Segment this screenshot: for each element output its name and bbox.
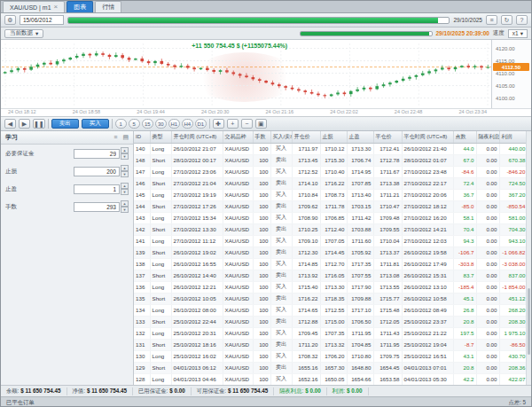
start-date-input[interactable] (20, 15, 64, 25)
timeframe-chip-15[interactable]: 15 (142, 119, 153, 129)
table-row[interactable]: 130Long25/10/2012 16:02XAU/USD100买入1708.… (134, 350, 528, 362)
refresh-icon[interactable]: ↻ (501, 15, 512, 25)
timeframe-chip-d1[interactable]: D1 (195, 119, 207, 129)
settings-button[interactable]: ⚙ (4, 15, 16, 25)
column-header[interactable]: 利润 (499, 131, 528, 143)
chart-area[interactable]: +11 550 754.45 $ (+1155075.44%) 4112.50 … (1, 40, 531, 109)
table-row[interactable]: 134Long26/10/2012 08:00XAU/USD100买入1714.… (134, 304, 528, 316)
timeframe-chip-h1[interactable]: H1 (168, 119, 180, 129)
play-icon[interactable]: ▶ (19, 119, 30, 129)
column-header[interactable]: 类型 (150, 131, 171, 143)
table-cell: 128 (134, 373, 150, 385)
column-header[interactable]: 点数 (453, 131, 476, 143)
table-cell: 1653.58 (373, 373, 402, 385)
column-header[interactable]: 买入/卖出 (270, 131, 292, 143)
candlestick-chart (2, 43, 491, 106)
table-row[interactable]: 129Short04/01/2013 06:12XAU/USD100卖出1655… (134, 362, 528, 373)
table-cell: 1650.05 (320, 373, 347, 385)
tab-market[interactable]: 行情 (95, 1, 121, 12)
timeframe-chip-5[interactable]: 5 (129, 119, 140, 129)
table-row[interactable]: 133Short25/10/2012 22:44XAU/USD100卖出1712… (134, 316, 528, 327)
zoom-out-icon[interactable]: − (241, 119, 253, 129)
table-row[interactable]: 137Short26/10/2012 14:40XAU/USD100卖出1713… (134, 270, 528, 281)
table-row[interactable]: 135Short26/10/2012 10:05XAU/USD100卖出1716… (134, 293, 528, 304)
snapshot-icon[interactable]: ▣ (255, 119, 267, 129)
column-header[interactable]: 开仓价 (292, 131, 320, 143)
list-icon[interactable]: ≡ (113, 134, 117, 140)
table-row[interactable]: 136Long26/10/2012 12:21XAU/USD100买入1715.… (134, 281, 528, 293)
column-header[interactable]: 开仓时间 (UTC+8) (171, 131, 223, 143)
table-row[interactable]: 143Long27/10/2012 15:34XAU/USD100买入1708.… (134, 212, 528, 223)
stepper-down-icon[interactable]: ▼ (121, 207, 129, 213)
table-row[interactable]: 142Short27/10/2012 13:30XAU/USD100卖出1710… (134, 223, 528, 235)
column-header[interactable]: 止损 (320, 131, 347, 143)
table-row[interactable]: 147Long27/10/2012 23:06XAU/USD100买入1712.… (134, 166, 528, 177)
stepper-down-icon[interactable]: ▼ (121, 153, 129, 160)
pause-icon[interactable]: ❚❚ (33, 119, 45, 129)
replay-progress-bar[interactable] (67, 17, 450, 24)
stepper-up-icon[interactable]: ▲ (121, 165, 129, 171)
table-row[interactable]: 144Short27/10/2012 17:26XAU/USD100卖出1709… (134, 200, 528, 212)
table-row[interactable]: 146Short27/10/2012 21:04XAU/USD100卖出1714… (134, 177, 528, 189)
stepper-down-icon[interactable]: ▼ (121, 189, 129, 195)
column-header[interactable]: 止盈 (347, 131, 373, 143)
column-header[interactable]: 手数 (253, 131, 270, 143)
tab-chart-xauusd[interactable]: XAU/USD | m1 × (3, 1, 65, 12)
column-header[interactable]: 平仓时间 (UTC+8) (402, 131, 453, 143)
close-icon[interactable]: × (54, 4, 59, 11)
timeframe-chip-30[interactable]: 30 (155, 119, 167, 129)
table-row[interactable]: 140Long26/10/2012 21:07XAU/USD100买入1711.… (134, 143, 528, 154)
menu-icon[interactable]: ≡ (486, 15, 497, 25)
crosshair-icon[interactable]: ✚ (213, 119, 224, 129)
stepper-down-icon[interactable]: ▼ (121, 171, 129, 177)
tab-charts[interactable]: 图表 (66, 1, 93, 12)
table-cell: 1715.40 (292, 281, 320, 293)
table-row[interactable]: 141Long27/10/2012 11:12XAU/USD100买入1709.… (134, 235, 528, 247)
buy-button[interactable]: 买入 (82, 119, 109, 129)
column-header[interactable]: 隔夜利息 (476, 131, 499, 143)
table-cell: 1718.35 (320, 293, 347, 304)
timeframe-chip-h4[interactable]: H4 (182, 119, 193, 129)
table-cell: XAU/USD (223, 223, 253, 235)
table-cell: 卖出 (270, 362, 292, 373)
table-row[interactable]: 148Short28/10/2012 00:17XAU/USD100卖出1713… (134, 154, 528, 166)
main-area: 学习 ≡ ▤ 必要保证金▲▼止损▲▼止盈▲▼手数▲▼ ID类型开仓时间 (UTC… (1, 131, 531, 385)
order-field-input[interactable] (74, 202, 120, 212)
column-header[interactable]: ID (134, 131, 150, 143)
order-field-input[interactable] (74, 167, 120, 176)
table-cell: -185.4 (453, 281, 476, 293)
bottom-status-bar: 已平仓订单 点差: 5 (1, 396, 531, 407)
table-cell: 100 (253, 143, 270, 154)
grid-icon[interactable]: ▤ (122, 134, 129, 140)
table-row[interactable]: 132Long25/10/2012 20:31XAU/USD100买入1709.… (134, 327, 528, 339)
stepper-up-icon[interactable]: ▲ (121, 200, 129, 207)
table-cell: 724.50 (499, 177, 528, 189)
table-cell: 1706.20 (320, 350, 347, 362)
help-icon[interactable]: ? (516, 15, 528, 25)
table-cell: 45.1 (453, 293, 476, 304)
data-source-dropdown[interactable]: 当前数据 ▾ (4, 29, 43, 38)
timeframe-chip-1[interactable]: 1 (115, 119, 127, 129)
table-row[interactable]: 145Long27/10/2012 19:19XAU/USD100买入1710.… (134, 189, 528, 200)
stepper-up-icon[interactable]: ▲ (121, 183, 129, 189)
zoom-in-icon[interactable]: + (227, 119, 239, 129)
step-back-icon[interactable]: ◀ (4, 119, 16, 129)
table-row[interactable]: 138Long26/10/2012 16:55XAU/USD100买入1714.… (134, 258, 528, 270)
column-header[interactable]: 交易品种 (223, 131, 253, 143)
table-cell: 1713.30 (347, 143, 373, 154)
table-cell: 1711.81 (373, 258, 402, 270)
speed-select[interactable]: x1 ▾ (508, 29, 528, 38)
table-cell: 20.8 (453, 362, 476, 373)
stepper-up-icon[interactable]: ▲ (121, 147, 129, 153)
table-cell: 268.20 (499, 304, 528, 316)
table-row[interactable]: 131Short25/10/2012 18:16XAU/USD100卖出1711… (134, 339, 528, 350)
table-row[interactable]: 128Long04/01/2013 04:46XAU/USD100买入1652.… (134, 373, 528, 385)
session-progress-bar[interactable] (300, 31, 433, 36)
sell-button[interactable]: 卖出 (51, 119, 79, 129)
order-field-input[interactable] (74, 184, 120, 194)
table-row[interactable]: 139Short26/10/2012 19:02XAU/USD100卖出1712… (134, 247, 528, 258)
order-field-input[interactable] (74, 149, 120, 159)
table-cell: 1711.20 (292, 339, 320, 350)
column-header[interactable]: 平仓价 (373, 131, 402, 143)
table-scrollbar[interactable] (526, 131, 531, 385)
